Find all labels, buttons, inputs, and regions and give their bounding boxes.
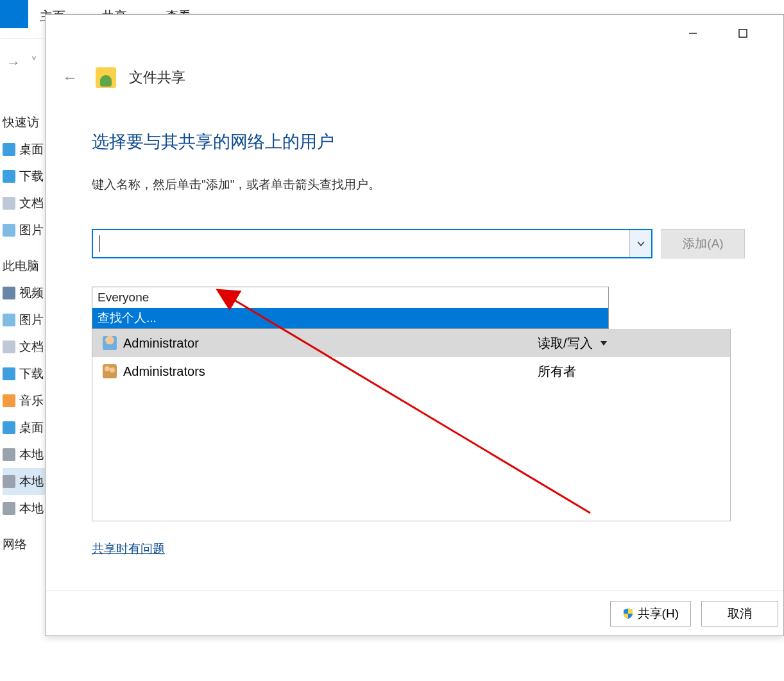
sidebar-network: 网络 bbox=[3, 531, 45, 558]
permission-owner: 所有者 bbox=[538, 363, 730, 380]
dropdown-item-find-people[interactable]: 查找个人... bbox=[92, 308, 608, 328]
maximize-button[interactable] bbox=[728, 24, 758, 43]
sidebar-item-videos: 视频 bbox=[3, 280, 45, 307]
dialog-content: 选择要与其共享的网络上的用户 键入名称，然后单击"添加"，或者单击箭头查找用户。… bbox=[92, 130, 745, 258]
sidebar-item-localdisk1: 本地 bbox=[3, 441, 45, 468]
chevron-down-icon bbox=[599, 336, 608, 351]
group-icon bbox=[103, 364, 117, 378]
nav-up-icon: ˅ bbox=[31, 55, 37, 70]
add-button[interactable]: 添加(A) bbox=[661, 229, 745, 258]
sidebar-item-downloads2: 下载 bbox=[3, 360, 45, 387]
instruction-text: 键入名称，然后单击"添加"，或者单击箭头查找用户。 bbox=[92, 176, 745, 193]
user-row-administrator[interactable]: Administrator 读取/写入 bbox=[92, 329, 730, 357]
permission-label: 所有者 bbox=[538, 363, 576, 380]
sidebar-item-pictures: 图片 bbox=[3, 217, 45, 244]
svg-rect-1 bbox=[739, 29, 747, 37]
main-heading: 选择要与其共享的网络上的用户 bbox=[92, 130, 745, 153]
sidebar-this-pc: 此电脑 bbox=[3, 253, 45, 280]
file-sharing-icon bbox=[96, 67, 116, 88]
user-name-input[interactable] bbox=[93, 230, 629, 257]
user-combobox[interactable] bbox=[92, 229, 652, 258]
shared-users-list: Administrator 读取/写入 Administrators 所有者 bbox=[92, 329, 731, 521]
sidebar-item-pictures2: 图片 bbox=[3, 307, 45, 333]
titlebar bbox=[678, 24, 783, 43]
sidebar-item-documents2: 文档 bbox=[3, 333, 45, 360]
explorer-sidebar: 快速访 桌面 下载 文档 图片 此电脑 视频 图片 文档 下载 音乐 桌面 本地… bbox=[3, 109, 45, 558]
dialog-title: 文件共享 bbox=[129, 68, 185, 87]
permission-label: 读取/写入 bbox=[538, 335, 593, 352]
explorer-icon bbox=[0, 0, 28, 28]
share-button[interactable]: 共享(H) bbox=[610, 601, 691, 626]
dialog-footer: 共享(H) 取消 bbox=[46, 591, 783, 635]
user-name-label: Administrator bbox=[123, 336, 199, 351]
text-caret bbox=[99, 235, 100, 252]
sidebar-item-desktop2: 桌面 bbox=[3, 414, 45, 441]
nav-forward-icon: → bbox=[6, 55, 21, 71]
cancel-button[interactable]: 取消 bbox=[701, 601, 778, 626]
shield-icon bbox=[622, 608, 634, 619]
sidebar-item-music: 音乐 bbox=[3, 387, 45, 414]
sidebar-item-localdisk3: 本地 bbox=[3, 495, 45, 522]
sidebar-quick-access: 快速访 bbox=[3, 109, 45, 136]
back-button[interactable]: ← bbox=[57, 66, 83, 89]
svg-marker-2 bbox=[601, 341, 607, 346]
share-button-label: 共享(H) bbox=[638, 605, 679, 622]
sidebar-item-localdisk2: 本地 bbox=[3, 468, 45, 495]
permission-selector[interactable]: 读取/写入 bbox=[538, 335, 730, 352]
dropdown-arrow[interactable] bbox=[629, 230, 651, 257]
user-name-label: Administrators bbox=[123, 364, 205, 379]
user-icon bbox=[103, 336, 117, 350]
sidebar-item-documents: 文档 bbox=[3, 190, 45, 217]
user-dropdown: Everyone 查找个人... bbox=[92, 287, 609, 329]
dropdown-item-everyone[interactable]: Everyone bbox=[92, 287, 608, 308]
help-link[interactable]: 共享时有问题 bbox=[92, 541, 165, 557]
sidebar-item-downloads: 下载 bbox=[3, 163, 45, 190]
sidebar-item-desktop: 桌面 bbox=[3, 136, 45, 163]
user-row-administrators[interactable]: Administrators 所有者 bbox=[92, 357, 730, 385]
file-sharing-dialog: ← 文件共享 选择要与其共享的网络上的用户 键入名称，然后单击"添加"，或者单击… bbox=[45, 14, 784, 636]
minimize-button[interactable] bbox=[678, 24, 708, 43]
dialog-header: ← 文件共享 bbox=[57, 66, 185, 89]
user-input-row: 添加(A) bbox=[92, 229, 745, 258]
